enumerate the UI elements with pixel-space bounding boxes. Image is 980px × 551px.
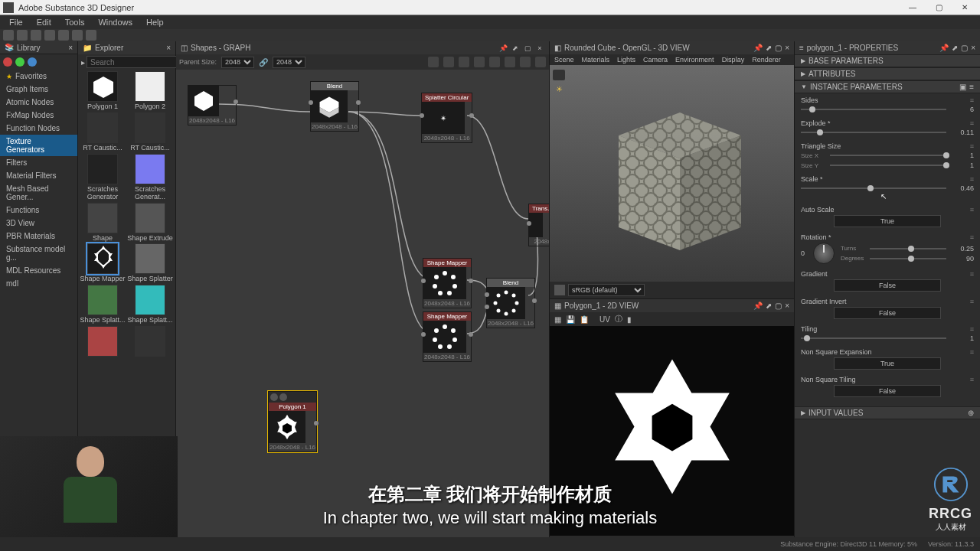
autoscale-menu-icon[interactable]: ≡	[970, 206, 974, 214]
v2d-tool2-icon[interactable]: 💾	[566, 315, 575, 324]
graph-max-icon[interactable]: ▢	[523, 44, 532, 53]
library-item[interactable]: Favorites	[0, 70, 77, 83]
sides-menu-icon[interactable]: ≡	[970, 96, 974, 104]
view3d-menu-renderer[interactable]: Renderer	[752, 56, 781, 64]
library-item[interactable]: Filters	[0, 156, 77, 169]
sizex-slider[interactable]	[830, 155, 946, 156]
gradient-dropdown[interactable]: False	[834, 279, 941, 292]
rotation-menu-icon[interactable]: ≡	[970, 233, 974, 241]
thumbnail-item[interactable]: Shape Splatt...	[80, 285, 126, 324]
node-polygon[interactable]: 2048x2048 - L16	[188, 85, 237, 126]
library-item[interactable]: Material Filters	[0, 169, 77, 182]
sizey-slider[interactable]	[830, 165, 946, 166]
scale-slider[interactable]	[801, 187, 946, 189]
filter-blue-icon[interactable]	[28, 57, 37, 67]
graph-undock-icon[interactable]: ⬈	[511, 44, 520, 53]
library-item[interactable]: PBR Materials	[0, 230, 77, 243]
v2d-tool1-icon[interactable]: ▦	[554, 315, 561, 324]
turns-slider[interactable]	[870, 248, 946, 249]
tool-new-icon[interactable]	[3, 30, 14, 41]
close-button[interactable]: ✕	[952, 1, 977, 15]
filter-red-icon[interactable]	[3, 57, 12, 67]
graph-close-icon[interactable]: ×	[535, 44, 544, 53]
library-item[interactable]: mdl	[0, 277, 77, 290]
node-blend-2[interactable]: Blend 2048x2048 - L16	[486, 278, 535, 328]
view3d-menu-scene[interactable]: Scene	[554, 56, 574, 64]
section-instance-params[interactable]: ▼INSTANCE PARAMETERS ▣ ≡	[795, 80, 980, 93]
section-base-params[interactable]: ▶BASE PARAMETERS	[795, 54, 980, 67]
node-shape-mapper-2[interactable]: Shape Mapper 2048x2048 - L16	[423, 311, 472, 362]
graph-tool8-icon[interactable]	[535, 57, 546, 67]
tool-undo-icon[interactable]	[72, 30, 83, 41]
library-item[interactable]: Functions	[0, 204, 77, 217]
folder-icon[interactable]: ▸	[81, 58, 85, 67]
graph-pin-icon[interactable]: 📌	[498, 44, 508, 53]
graph-tool1-icon[interactable]	[428, 57, 439, 67]
view3d-menu-display[interactable]: Display	[722, 56, 745, 64]
parent-size-select[interactable]: 2048	[221, 57, 254, 68]
view2d-undock-icon[interactable]: ⬈	[766, 302, 772, 310]
library-item[interactable]: MDL Resources	[0, 264, 77, 277]
colorspace-select[interactable]: sRGB (default)	[568, 284, 645, 296]
menu-tools[interactable]: Tools	[59, 16, 91, 28]
trisize-menu-icon[interactable]: ≡	[970, 142, 974, 150]
menu-windows[interactable]: Windows	[92, 16, 139, 28]
view3d-menu-materials[interactable]: Materials	[582, 56, 610, 64]
sides-slider[interactable]	[801, 109, 946, 110]
gradient-menu-icon[interactable]: ≡	[970, 270, 974, 278]
view2d-pin-icon[interactable]: 📌	[753, 302, 763, 310]
tool-saveall-icon[interactable]	[44, 30, 55, 41]
thumbnail-item[interactable]: Shape Extrude	[127, 203, 173, 243]
thumbnail-item[interactable]: Shape Splatt...	[127, 285, 173, 324]
view3d-close-icon[interactable]: ×	[785, 44, 789, 52]
library-close-icon[interactable]: ×	[68, 44, 73, 52]
thumbnail-item[interactable]: Shape Mapper	[80, 243, 126, 283]
autoscale-dropdown[interactable]: True	[834, 215, 941, 227]
degrees-slider[interactable]	[870, 258, 946, 259]
tool-export-icon[interactable]	[58, 30, 69, 41]
tool-save-icon[interactable]	[31, 30, 41, 41]
thumbnail-item[interactable]: RT Caustic...	[127, 112, 173, 152]
thumbnail-item[interactable]: Shape	[80, 203, 126, 243]
view2d-viewport[interactable]	[550, 326, 794, 536]
view2d-max-icon[interactable]: ▢	[775, 302, 782, 310]
props-undock-icon[interactable]: ⬈	[952, 44, 958, 52]
maximize-button[interactable]: ▢	[926, 1, 951, 15]
minimize-button[interactable]: —	[900, 1, 925, 15]
menu-help[interactable]: Help	[140, 16, 170, 28]
thumbnail-item[interactable]: Scratches Generator	[80, 154, 126, 201]
inputs-opt-icon[interactable]: ⊕	[968, 409, 974, 417]
nst-menu-icon[interactable]: ≡	[970, 376, 974, 383]
library-item[interactable]: 3D View	[0, 217, 77, 230]
library-item[interactable]: Mesh Based Gener...	[0, 182, 77, 204]
explorer-close-icon[interactable]: ×	[166, 44, 171, 52]
menu-edit[interactable]: Edit	[31, 16, 57, 28]
graph-tool6-icon[interactable]	[505, 57, 515, 67]
library-item[interactable]: FxMap Nodes	[0, 109, 77, 122]
library-item[interactable]: Function Nodes	[0, 122, 77, 135]
tiling-menu-icon[interactable]: ≡	[970, 325, 974, 333]
view3d-undock-icon[interactable]: ⬈	[766, 44, 772, 52]
graph-tool7-icon[interactable]	[520, 57, 531, 67]
props-close-icon[interactable]: ×	[971, 44, 975, 52]
rotation-dial[interactable]	[813, 243, 835, 264]
v2d-hist-icon[interactable]: ▮	[627, 315, 632, 324]
thumbnail-item[interactable]: Polygon 2	[127, 71, 173, 111]
colorspace-icon[interactable]	[554, 285, 565, 295]
thumbnail-item[interactable]: Shape Splatter	[127, 243, 173, 283]
tool-open-icon[interactable]	[17, 30, 28, 41]
view3d-cam-icon[interactable]	[553, 70, 565, 80]
explode-menu-icon[interactable]: ≡	[970, 119, 974, 127]
nst-dropdown[interactable]: False	[834, 385, 941, 397]
tool-redo-icon[interactable]	[86, 30, 96, 41]
props-max-icon[interactable]: ▢	[961, 44, 968, 52]
view3d-viewport[interactable]: ☀	[550, 65, 794, 282]
view2d-close-icon[interactable]: ×	[785, 302, 789, 310]
thumbnail-item[interactable]: Scratches Generat...	[127, 154, 173, 201]
thumbnail-item[interactable]: RT Caustic...	[80, 112, 126, 152]
node-splatter-circular[interactable]: Splatter Circular ✴ 2048x2048 - L16	[421, 93, 472, 143]
library-item[interactable]: Atomic Nodes	[0, 96, 77, 109]
nse-dropdown[interactable]: True	[834, 357, 941, 370]
section-input-values[interactable]: ▶INPUT VALUES⊕	[795, 406, 980, 419]
view3d-light-icon[interactable]: ☀	[553, 85, 565, 96]
